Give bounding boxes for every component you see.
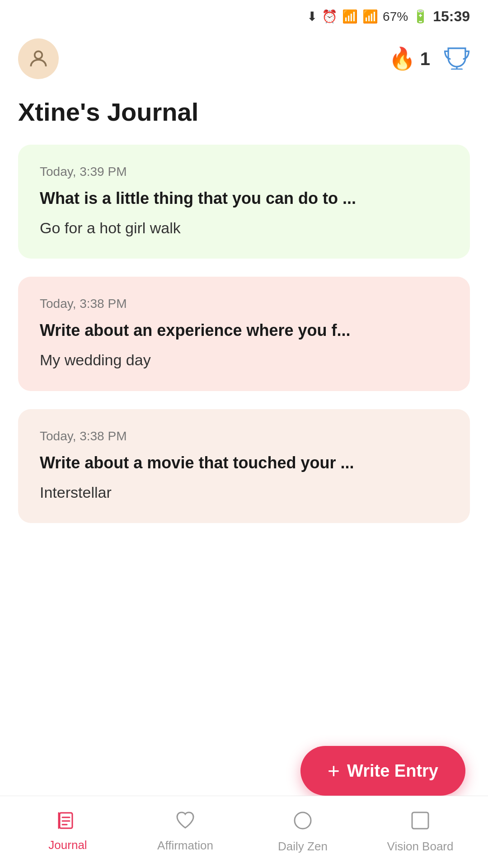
status-bar: ⬇ ⏰ 📶 📶 67% 🔋 15:39 (0, 0, 488, 29)
streak-count: 1 (420, 49, 430, 69)
journal-card-3[interactable]: Today, 3:38 PM Write about a movie that … (18, 409, 470, 523)
nav-item-affirmation[interactable]: Affirmation (127, 811, 244, 853)
card-prompt-3: Write about a movie that touched your ..… (40, 453, 448, 474)
square-icon (410, 811, 430, 835)
page-title: Xtine's Journal (0, 88, 488, 145)
clock-time: 15:39 (433, 8, 470, 25)
nav-item-journal[interactable]: Journal (9, 812, 127, 852)
header-right: 🔥 1 (389, 46, 470, 71)
nav-item-vision-board[interactable]: Vision Board (361, 811, 479, 854)
svg-point-2 (295, 812, 311, 829)
flame-icon: 🔥 (389, 46, 416, 71)
circle-icon (293, 811, 313, 835)
nav-label-vision-board: Vision Board (387, 840, 454, 854)
bottom-navigation: Journal Affirmation Daily Zen Vision Boa… (0, 796, 488, 868)
card-timestamp-3: Today, 3:38 PM (40, 429, 448, 443)
alarm-icon: ⏰ (322, 9, 338, 24)
nav-label-journal: Journal (48, 838, 87, 852)
user-icon (27, 47, 50, 70)
status-icons: ⬇ ⏰ 📶 📶 67% 🔋 15:39 (307, 8, 470, 25)
svg-rect-3 (412, 812, 428, 829)
card-response-1: Go for a hot girl walk (40, 217, 448, 239)
header: 🔥 1 (0, 29, 488, 88)
journal-card-1[interactable]: Today, 3:39 PM What is a little thing th… (18, 145, 470, 259)
card-prompt-1: What is a little thing that you can do t… (40, 188, 448, 209)
wifi-icon: 📶 (342, 9, 358, 24)
plus-icon: + (328, 760, 340, 781)
journal-card-2[interactable]: Today, 3:38 PM Write about an experience… (18, 277, 470, 391)
svg-point-0 (35, 51, 42, 59)
card-timestamp-1: Today, 3:39 PM (40, 165, 448, 179)
heart-icon (175, 811, 195, 834)
streak-container: 🔥 1 (389, 46, 430, 71)
nav-label-daily-zen: Daily Zen (278, 840, 328, 854)
cards-container: Today, 3:39 PM What is a little thing th… (0, 145, 488, 523)
signal-icon: 📶 (362, 9, 378, 24)
card-response-3: Interstellar (40, 482, 448, 504)
write-entry-label: Write Entry (347, 761, 438, 781)
card-timestamp-2: Today, 3:38 PM (40, 297, 448, 311)
card-prompt-2: Write about an experience where you f... (40, 320, 448, 341)
battery-percent: 67% (383, 9, 408, 24)
avatar[interactable] (18, 38, 59, 79)
nav-label-affirmation: Affirmation (157, 839, 213, 853)
trophy-icon (444, 46, 470, 70)
download-icon: ⬇ (307, 9, 317, 24)
nav-item-daily-zen[interactable]: Daily Zen (244, 811, 361, 854)
trophy-container[interactable] (444, 46, 470, 71)
battery-icon: 🔋 (413, 9, 428, 24)
journal-icon (58, 812, 78, 834)
write-entry-button[interactable]: + Write Entry (300, 746, 465, 796)
card-response-2: My wedding day (40, 349, 448, 371)
